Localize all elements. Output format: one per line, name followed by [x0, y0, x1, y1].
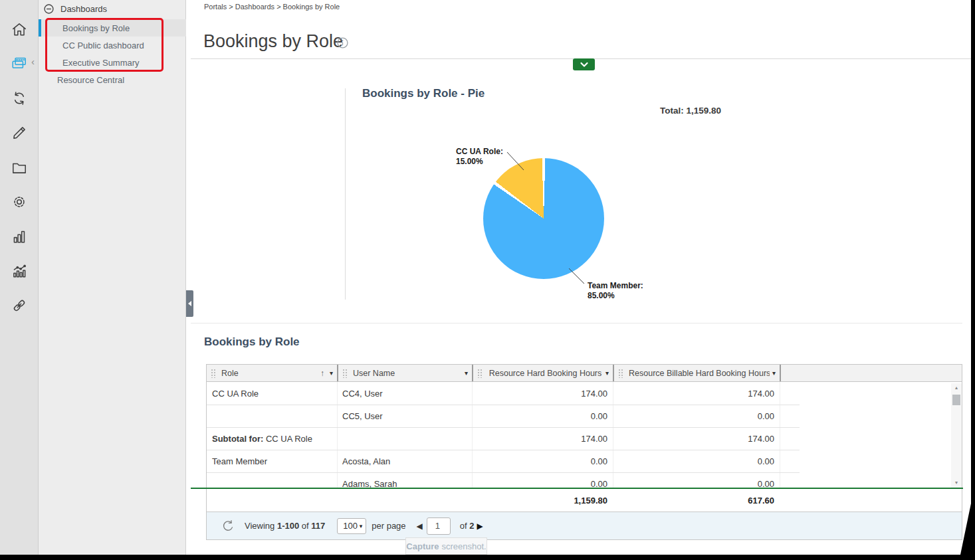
- tree-item-resource-central[interactable]: Resource Central: [39, 71, 186, 88]
- column-header-role[interactable]: Role ↑ ▾: [207, 365, 337, 381]
- cell-user-name: Acosta, Alan: [342, 456, 390, 466]
- cell-role: CC UA Role: [266, 434, 312, 444]
- column-menu-caret-icon[interactable]: ▾: [772, 369, 776, 377]
- column-header-user-name[interactable]: User Name ▾: [337, 365, 472, 381]
- pie-chart[interactable]: [483, 158, 604, 279]
- panel-collapse-chevron-icon[interactable]: ‹: [31, 56, 35, 66]
- scrollbar-thumb[interactable]: [952, 395, 960, 405]
- cell-user-name: Adams, Sarah: [342, 479, 397, 488]
- per-page-select[interactable]: 100 ▾: [337, 518, 366, 534]
- chart-total-label: Total: 1,159.80: [592, 106, 721, 116]
- column-menu-caret-icon[interactable]: ▾: [330, 369, 333, 377]
- sort-asc-icon[interactable]: ↑: [320, 369, 324, 378]
- total-billable-hours: 617.60: [748, 496, 774, 506]
- cell-hard-hours: 174.00: [581, 434, 607, 444]
- chart-title: Bookings by Role - Pie: [362, 87, 485, 100]
- pie-label-cc-ua-role: CC UA Role: 15.00%: [456, 147, 503, 167]
- cell-billable-hours: 0.00: [758, 411, 774, 421]
- sync-icon[interactable]: [9, 88, 30, 109]
- column-header-filler: [780, 365, 962, 381]
- pie-label-team-member-pct: 85.00%: [588, 291, 643, 301]
- chevron-down-icon: [580, 62, 589, 68]
- pie-label-team-member-name: Team Member:: [588, 281, 643, 291]
- tree-item-cc-public-dashboard[interactable]: CC Public dashboard: [39, 37, 186, 54]
- folder-icon[interactable]: [9, 157, 30, 178]
- edit-icon[interactable]: [9, 122, 30, 143]
- cell-role: Team Member: [212, 456, 267, 466]
- expand-toolbar-button[interactable]: [573, 58, 595, 70]
- page-of-label: of 2: [460, 521, 475, 531]
- select-caret-icon: ▾: [360, 523, 363, 529]
- tree-header-label: Dashboards: [60, 4, 107, 14]
- app-window: ‹ Dashboards Bookings by Role CC Public …: [0, 0, 975, 560]
- settings-icon[interactable]: [9, 191, 30, 213]
- per-page-label: per page: [372, 521, 405, 531]
- column-header-resource-billable-hard-booking-hours[interactable]: Resource Billable Hard Booking Hours ▾: [613, 365, 780, 381]
- drag-handle-icon[interactable]: [342, 368, 348, 378]
- cell-billable-hours: 174.00: [748, 389, 774, 399]
- next-page-icon[interactable]: ▶: [477, 521, 483, 531]
- pie-label-team-member: Team Member: 85.00%: [588, 281, 643, 301]
- pie-label-cc-ua-role-name: CC UA Role:: [456, 147, 503, 157]
- table-row: CC5, User 0.00 0.00: [207, 405, 962, 427]
- tree-item-executive-summary[interactable]: Executive Summary: [39, 54, 186, 71]
- table-row: Team Member Acosta, Alan 0.00 0.00: [207, 450, 962, 472]
- cell-billable-hours: 0.00: [758, 479, 774, 488]
- table-row: Adams, Sarah 0.00 0.00: [207, 472, 962, 488]
- page-number-input[interactable]: [427, 517, 451, 535]
- chart-panel-left-border: [345, 88, 346, 300]
- cell-user-name: CC4, User: [342, 389, 383, 399]
- pagination-bar: Viewing 1-100 of 117 100 ▾ per page ◀ of…: [207, 512, 962, 539]
- cell-hard-hours: 0.00: [591, 456, 607, 466]
- viewing-range: 1-100: [277, 521, 299, 531]
- drag-handle-icon[interactable]: [477, 368, 483, 378]
- right-black-bar: [971, 0, 975, 560]
- icon-rail: ‹: [0, 0, 39, 555]
- table-section-title: Bookings by Role: [204, 335, 300, 349]
- subtotal-row: Subtotal for: CC UA Role 174.00 174.00: [207, 427, 962, 450]
- collapse-left-triangle-icon: [188, 301, 191, 306]
- table-row: CC UA Role CC4, User 174.00 174.00: [207, 382, 962, 405]
- scroll-up-icon[interactable]: ▴: [951, 385, 962, 391]
- total-hard-hours: 1,159.80: [574, 496, 607, 506]
- column-menu-caret-icon[interactable]: ▾: [465, 369, 468, 377]
- capture-screenshot-tooltip: Capture screenshot.: [405, 537, 487, 555]
- drag-handle-icon[interactable]: [618, 368, 623, 378]
- grid-body: CC UA Role CC4, User 174.00 174.00 CC5, …: [207, 382, 962, 488]
- cell-billable-hours: 174.00: [748, 434, 774, 444]
- bottom-black-bar: [0, 555, 975, 560]
- per-page-value: 100: [343, 521, 359, 531]
- subtotal-label: Subtotal for:: [212, 434, 266, 444]
- sidebar-collapse-handle[interactable]: [186, 290, 193, 317]
- page-title: Bookings by Role: [203, 31, 343, 52]
- cell-hard-hours: 174.00: [581, 389, 607, 399]
- info-icon[interactable]: [337, 37, 348, 48]
- cell-hard-hours: 0.00: [591, 479, 607, 488]
- chart-panel-bottom-border: [191, 323, 962, 324]
- cell-role: CC UA Role: [212, 389, 259, 399]
- scroll-down-icon[interactable]: ▾: [951, 480, 962, 486]
- analytics-icon[interactable]: [9, 260, 30, 282]
- breadcrumb[interactable]: Portals > Dashboards > Bookings by Role: [204, 3, 340, 11]
- grid-header-row: Role ↑ ▾ User Name ▾ Resource Hard Booki…: [207, 365, 962, 382]
- page-count: 2: [469, 521, 474, 531]
- table-scrollbar[interactable]: ▴ ▾: [951, 383, 962, 488]
- link-icon[interactable]: [9, 295, 30, 316]
- drag-handle-icon[interactable]: [211, 368, 216, 378]
- pie-label-cc-ua-role-pct: 15.00%: [456, 157, 503, 167]
- cell-billable-hours: 0.00: [758, 456, 774, 466]
- dashboards-icon[interactable]: [9, 52, 30, 74]
- home-icon[interactable]: [9, 19, 30, 40]
- totals-row: 1,159.80 617.60: [207, 489, 962, 512]
- bar-chart-icon[interactable]: [9, 226, 30, 247]
- viewing-status: Viewing 1-100 of 117: [245, 521, 325, 531]
- column-menu-caret-icon[interactable]: ▾: [605, 369, 609, 377]
- tree-header-dashboards[interactable]: Dashboards: [44, 4, 107, 14]
- cell-user-name: CC5, User: [342, 411, 383, 421]
- cell-hard-hours: 0.00: [591, 411, 607, 421]
- prev-page-icon[interactable]: ◀: [417, 521, 423, 531]
- viewing-total: 117: [311, 521, 325, 531]
- column-header-resource-hard-booking-hours[interactable]: Resource Hard Booking Hours ▾: [472, 365, 613, 381]
- refresh-icon[interactable]: [221, 519, 234, 532]
- tree-item-bookings-by-role[interactable]: Bookings by Role: [39, 19, 186, 37]
